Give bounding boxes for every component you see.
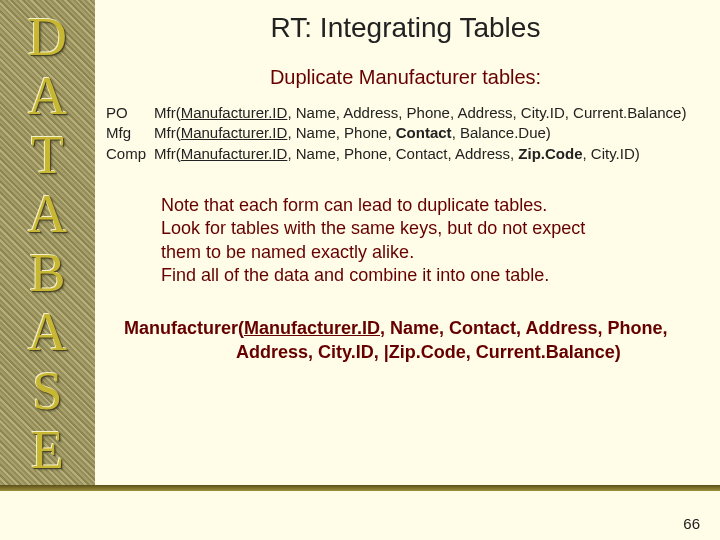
- schema-block: POMfr(Manufacturer.ID, Name, Address, Ph…: [106, 103, 705, 164]
- note-line: Find all of the data and combine it into…: [161, 264, 661, 287]
- note-block: Note that each form can lead to duplicat…: [161, 194, 661, 288]
- page-number: 66: [683, 515, 700, 532]
- schema-fn: Mfr(: [154, 145, 181, 162]
- slide-subtitle: Duplicate Manufacturer tables:: [106, 66, 705, 89]
- sidebar-letter: B: [29, 244, 65, 303]
- note-line: Look for tables with the same keys, but …: [161, 217, 661, 240]
- schema-row: CompMfr(Manufacturer.ID, Name, Phone, Co…: [106, 144, 705, 164]
- sidebar-letter: A: [28, 303, 67, 362]
- schema-rest: , Name, Phone,: [287, 124, 395, 141]
- schema-fn: Mfr(: [154, 124, 181, 141]
- schema-key: Manufacturer.ID: [181, 124, 288, 141]
- sidebar-letter: A: [28, 67, 67, 126]
- note-line: them to be named exactly alike.: [161, 241, 661, 264]
- schema-rest: , Balance.Due): [452, 124, 551, 141]
- schema-rest: , Name, Phone, Contact, Address,: [287, 145, 518, 162]
- sidebar-letter: S: [32, 362, 62, 421]
- slide-title: RT: Integrating Tables: [106, 12, 705, 44]
- content-area: RT: Integrating Tables Duplicate Manufac…: [100, 0, 715, 540]
- schema-key: Manufacturer.ID: [181, 104, 288, 121]
- note-line: Note that each form can lead to duplicat…: [161, 194, 661, 217]
- sidebar-database-letters: D A T A B A S E: [0, 0, 95, 485]
- result-block: Manufacturer(Manufacturer.ID, Name, Cont…: [124, 317, 705, 364]
- schema-bold: Contact: [396, 124, 452, 141]
- sidebar-letter: E: [31, 421, 64, 480]
- result-text: Address, City.ID, |Zip.Code, Current.Bal…: [124, 341, 621, 364]
- sidebar-letter: T: [31, 126, 64, 185]
- schema-prefix: Mfg: [106, 123, 154, 143]
- result-line: Manufacturer(Manufacturer.ID, Name, Cont…: [124, 317, 705, 340]
- result-text: , Name, Contact, Address, Phone,: [380, 318, 667, 338]
- schema-prefix: PO: [106, 103, 154, 123]
- result-text: Manufacturer(: [124, 318, 244, 338]
- schema-key: Manufacturer.ID: [181, 145, 288, 162]
- schema-rest: , Name, Address, Phone, Address, City.ID…: [287, 104, 686, 121]
- schema-row: POMfr(Manufacturer.ID, Name, Address, Ph…: [106, 103, 705, 123]
- schema-prefix: Comp: [106, 144, 154, 164]
- schema-bold: Zip.Code: [518, 145, 582, 162]
- slide: D A T A B A S E RT: Integrating Tables D…: [0, 0, 720, 540]
- schema-fn: Mfr(: [154, 104, 181, 121]
- sidebar-letter: D: [28, 8, 67, 67]
- result-line: Address, City.ID, |Zip.Code, Current.Bal…: [124, 341, 705, 364]
- result-key: Manufacturer.ID: [244, 318, 380, 338]
- sidebar-letter: A: [28, 185, 67, 244]
- schema-rest: , City.ID): [583, 145, 640, 162]
- schema-row: MfgMfr(Manufacturer.ID, Name, Phone, Con…: [106, 123, 705, 143]
